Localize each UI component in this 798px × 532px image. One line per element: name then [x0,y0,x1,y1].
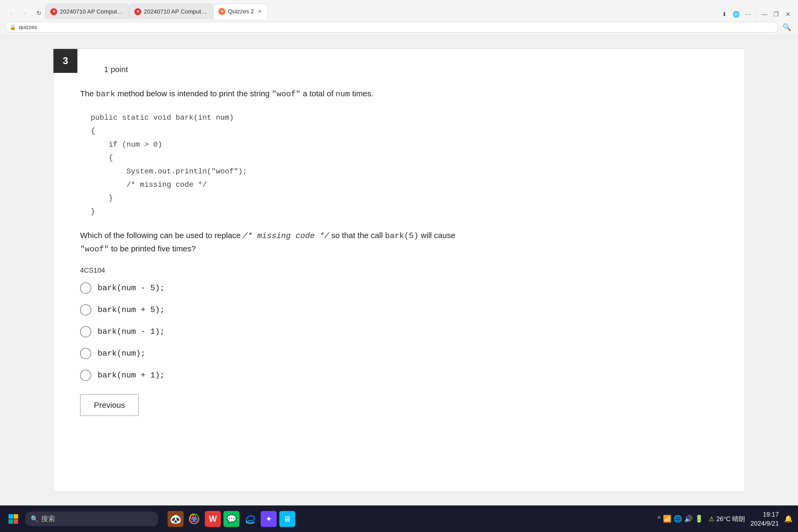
desc-post: a total of [303,89,333,98]
nav-buttons: ‹ › ↻ [5,7,45,19]
radio-d[interactable] [80,348,91,359]
tab-3[interactable]: ✦ Quizzes 2 ✕ [213,4,268,19]
choice-e-text: bark(num + 1); [98,371,165,380]
method-name-code: bark [96,90,115,99]
choice-q-post: will cause [421,231,455,240]
question-id: 4CS104 [80,266,723,274]
choice-q-mid: so that the call [331,231,382,240]
desc-end: times. [352,89,374,98]
previous-button[interactable]: Previous [80,394,139,416]
minimize-button[interactable]: — [760,10,769,19]
globe-button[interactable]: 🌐 [731,10,741,19]
start-button[interactable] [5,511,21,527]
answer-choices: bark(num - 5); bark(num + 5); bark(num -… [80,283,723,381]
taskbar-panda-icon[interactable]: 🐼 [168,511,184,527]
notification-icon[interactable]: 🔔 [784,515,793,523]
back-button[interactable]: ‹ [5,7,17,19]
choice-d[interactable]: bark(num); [80,348,723,359]
call-code-inline: bark(5) [385,231,418,241]
question-number-badge: 3 [54,49,77,73]
tab2-title: 20240710 AP Computer Science [144,8,208,15]
tab1-favicon: ✦ [50,8,57,15]
window-controls: ⬇ 🌐 ⋯ — ❐ ✕ [720,10,793,19]
more-button[interactable]: ⋯ [743,10,753,19]
tab1-title: 20240710 AP Computer Science [60,8,124,15]
tray-battery[interactable]: 🔋 [695,515,703,523]
choice-b[interactable]: bark(num + 5); [80,304,723,316]
page-content: 3 1 point The bark method below is inten… [0,35,798,506]
tab-2[interactable]: ✦ 20240710 AP Computer Science [129,4,213,19]
taskbar-date: 2024/9/21 [750,519,779,528]
choice-question: Which of the following can be used to re… [80,229,723,255]
tab3-favicon: ✦ [218,8,225,15]
woof-code-inline: "woof" [80,245,109,254]
svg-rect-2 [8,519,13,524]
taskbar-notion-icon[interactable]: ✦ [261,511,277,527]
svg-rect-3 [14,519,18,524]
code-block: public static void bark(int num) { if (n… [91,111,718,218]
choice-q-end: to be printed five times? [111,244,196,253]
address-bar[interactable]: 🔒 quizzes [5,22,778,33]
taskbar-search[interactable]: 🔍 搜索 [25,512,158,526]
tab3-close-button[interactable]: ✕ [257,8,263,15]
desc-pre: The [80,89,94,98]
taskbar-datetime[interactable]: 19:17 2024/9/21 [750,510,779,528]
svg-rect-1 [14,514,18,519]
taskbar-weather: ⚠ 26°C 晴朗 [709,515,745,523]
close-button[interactable]: ✕ [783,10,793,19]
choice-d-text: bark(num); [98,349,146,358]
system-tray: ^ 📶 🌐 🔊 🔋 [658,515,703,523]
tab-1[interactable]: ✦ 20240710 AP Computer Science [45,4,129,19]
refresh-button[interactable]: ↻ [33,7,45,19]
choice-a-text: bark(num - 5); [98,284,165,292]
question-description: The bark method below is intended to pri… [80,87,723,100]
url-row: 🔒 quizzes 🔍 [0,19,798,35]
taskbar-desktop-icon[interactable]: 🖥 [279,511,295,527]
choice-a[interactable]: bark(num - 5); [80,283,723,294]
taskbar-chrome-icon[interactable] [186,511,202,527]
restore-button[interactable]: ❐ [772,10,781,19]
choice-c[interactable]: bark(num - 1); [80,326,723,337]
quiz-card: 3 1 point The bark method below is inten… [53,49,745,492]
choice-c-text: bark(num - 1); [98,327,165,336]
tab2-favicon: ✦ [134,8,141,15]
taskbar: 🔍 搜索 🐼 W 💬 [0,506,798,532]
search-icon[interactable]: 🔍 [781,21,793,33]
radio-e[interactable] [80,370,91,381]
search-icon: 🔍 [31,515,39,523]
forward-button[interactable]: › [19,7,31,19]
string-value-code: "woof" [272,90,301,99]
taskbar-app-icons: 🐼 W 💬 [168,511,295,527]
question-header: 1 point [104,65,723,74]
points-label: 1 point [104,65,128,74]
tray-network[interactable]: 📶 [663,515,671,523]
choice-b-text: bark(num + 5); [98,305,165,315]
radio-c[interactable] [80,326,91,337]
taskbar-search-text: 搜索 [41,514,55,524]
param-name-code: num [336,90,350,99]
taskbar-right: ^ 📶 🌐 🔊 🔋 ⚠ 26°C 晴朗 19:17 2024/9/21 🔔 [658,510,793,528]
choice-q-pre: Which of the following can be used to re… [80,231,241,240]
tabs-bar: ‹ › ↻ ✦ 20240710 AP Computer Science ✦ 2… [0,0,798,19]
svg-rect-0 [8,514,13,519]
radio-b[interactable] [80,304,91,316]
taskbar-time: 19:17 [750,510,779,519]
radio-a[interactable] [80,283,91,294]
button-area: Previous [75,394,723,416]
tray-volume[interactable]: 🔊 [684,515,693,523]
tray-globe[interactable]: 🌐 [673,515,682,523]
taskbar-edge-icon[interactable] [242,511,258,527]
desc-mid: method below is intended to print the st… [117,89,269,98]
taskbar-wps-icon[interactable]: W [205,511,221,527]
taskbar-wechat-icon[interactable]: 💬 [224,511,240,527]
download-button[interactable]: ⬇ [720,10,729,19]
choice-e[interactable]: bark(num + 1); [80,370,723,381]
tab3-title: Quizzes 2 [228,8,254,15]
tray-caret[interactable]: ^ [658,515,661,523]
svg-point-6 [193,517,196,520]
missing-code-inline: /* missing code */ [243,231,329,241]
